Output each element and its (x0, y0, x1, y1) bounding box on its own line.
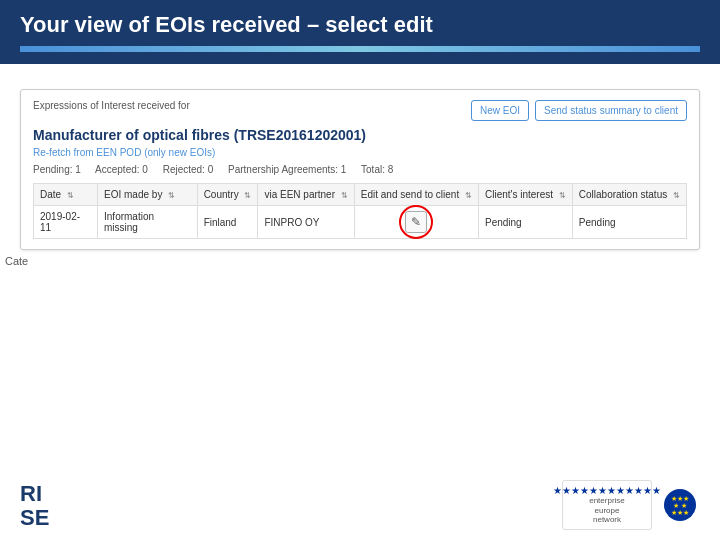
sort-arrows-een[interactable]: ⇅ (341, 191, 348, 200)
col-een-partner[interactable]: via EEN partner ⇅ (258, 184, 354, 206)
col-date[interactable]: Date ⇅ (34, 184, 98, 206)
eu-logo: ★★★★ ★★★★ (660, 480, 700, 530)
stat-accepted: Accepted: 0 (95, 164, 148, 175)
sort-arrows-date[interactable]: ⇅ (67, 191, 74, 200)
col-collab-status[interactable]: Collaboration status ⇅ (572, 184, 686, 206)
rl-se-logo: RI SE (20, 482, 49, 530)
new-eoi-button[interactable]: New EOI (471, 100, 529, 121)
send-status-button[interactable]: Send status summary to client (535, 100, 687, 121)
table-header-row: Date ⇅ EOI made by ⇅ Country ⇅ via EEN p… (34, 184, 687, 206)
col-edit-send[interactable]: Edit and send to client ⇅ (354, 184, 478, 206)
cell-eoi-made-by: Information missing (98, 206, 198, 239)
eoi-table: Date ⇅ EOI made by ⇅ Country ⇅ via EEN p… (33, 183, 687, 239)
refetch-link[interactable]: Re-fetch from EEN POD (only new EOIs) (33, 147, 687, 158)
een-stars: ★★★★★★★★★★★★ (553, 485, 661, 496)
page-title: Your view of EOIs received – select edit (20, 12, 700, 38)
table-row: 2019-02-11Information missingFinlandFINP… (34, 206, 687, 239)
stat-partnership: Partnership Agreements: 1 (228, 164, 346, 175)
col-country[interactable]: Country ⇅ (197, 184, 258, 206)
top-buttons: New EOI Send status summary to client (471, 100, 687, 121)
sort-arrows-collab[interactable]: ⇅ (673, 191, 680, 200)
cell-collab: Pending (572, 206, 686, 239)
cell-interest: Pending (478, 206, 572, 239)
sort-arrows-eoi[interactable]: ⇅ (168, 191, 175, 200)
cell-date: 2019-02-11 (34, 206, 98, 239)
edit-pencil-button[interactable]: ✎ (405, 211, 427, 233)
sort-arrows-interest[interactable]: ⇅ (559, 191, 566, 200)
cell-een-partner: FINPRO OY (258, 206, 354, 239)
een-text: enterpriseeuropenetwork (589, 496, 625, 525)
cate-side-label: Cate (5, 255, 28, 267)
bottom-area: RI SE ★★★★★★★★★★★★ enterpriseeuropenetwo… (0, 460, 720, 540)
eu-stars: ★★★★ ★★★★ (671, 495, 689, 516)
expressions-label: Expressions of Interest received for (33, 100, 190, 111)
eoi-card: Expressions of Interest received for New… (20, 89, 700, 250)
sort-arrows-country[interactable]: ⇅ (244, 191, 251, 200)
right-logos: ★★★★★★★★★★★★ enterpriseeuropenetwork ★★★… (562, 480, 700, 530)
company-title: Manufacturer of optical fibres (TRSE2016… (33, 127, 687, 143)
stat-rejected: Rejected: 0 (163, 164, 214, 175)
eu-circle: ★★★★ ★★★★ (664, 489, 696, 521)
stat-total: Total: 8 (361, 164, 393, 175)
main-content: Expressions of Interest received for New… (0, 64, 720, 265)
sort-arrows-edit[interactable]: ⇅ (465, 191, 472, 200)
page-header: Your view of EOIs received – select edit (0, 0, 720, 64)
col-eoi-made-by[interactable]: EOI made by ⇅ (98, 184, 198, 206)
stat-pending: Pending: 1 (33, 164, 81, 175)
cell-country: Finland (197, 206, 258, 239)
card-top-row: Expressions of Interest received for New… (33, 100, 687, 121)
col-client-interest[interactable]: Client's interest ⇅ (478, 184, 572, 206)
stats-row: Pending: 1 Accepted: 0 Rejected: 0 Partn… (33, 164, 687, 175)
cell-edit[interactable]: ✎ (354, 206, 478, 239)
een-logo: ★★★★★★★★★★★★ enterpriseeuropenetwork (562, 480, 652, 530)
